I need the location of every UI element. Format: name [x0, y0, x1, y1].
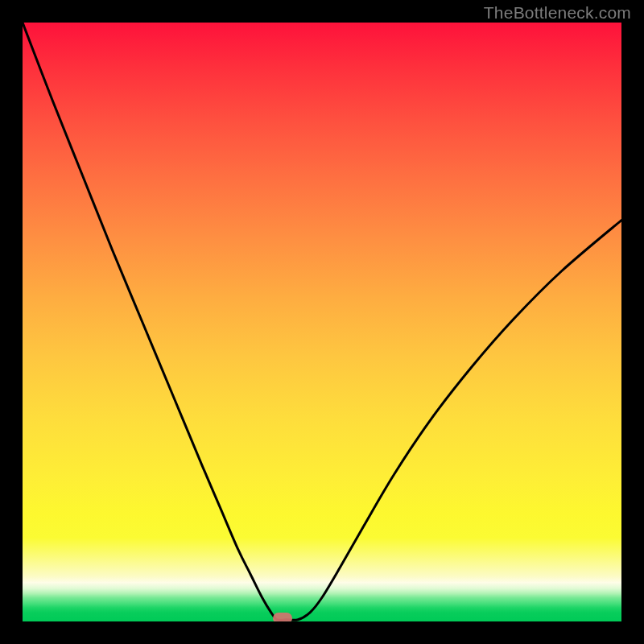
- optimum-marker: [273, 613, 292, 621]
- figure-frame: TheBottleneck.com: [0, 0, 644, 644]
- bottleneck-curve: [23, 23, 621, 621]
- plot-area: [23, 23, 621, 621]
- watermark-text: TheBottleneck.com: [484, 3, 631, 23]
